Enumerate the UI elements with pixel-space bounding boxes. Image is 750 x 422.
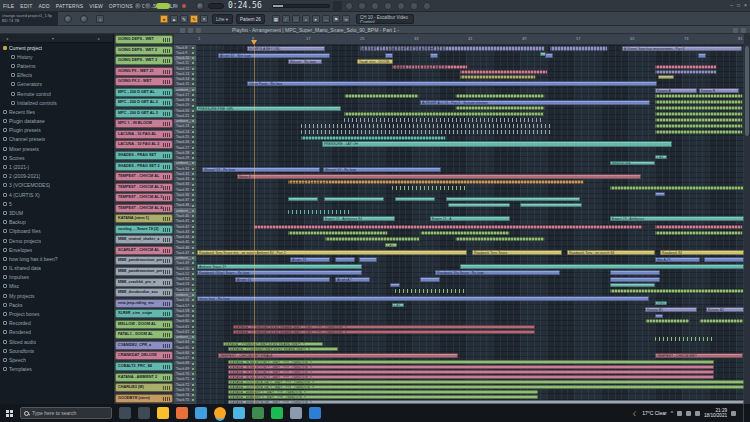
track-mute-led[interactable] <box>192 363 194 365</box>
marker-tool-icon[interactable]: ⚑ <box>332 15 340 23</box>
browser-item-envelopes[interactable]: Envelopes <box>0 245 113 254</box>
picker-clip-crankdat-deluxe[interactable]: CRANKDAT_DELUXE <box>115 351 173 360</box>
browser-item-backup[interactable]: Backup <box>0 218 113 227</box>
track-mute-led[interactable] <box>192 247 194 249</box>
playlist-menu-icon[interactable] <box>180 28 185 33</box>
maximize-icon[interactable]: □ <box>737 2 740 9</box>
playlist-clip[interactable]: TEMPEST - CHVCM WET <box>655 353 743 358</box>
track-mute-led[interactable] <box>192 168 194 170</box>
track-mute-led[interactable] <box>192 147 194 149</box>
track-mute-led[interactable] <box>192 262 194 264</box>
browser-item-my-projects[interactable]: My projects <box>0 291 113 300</box>
track-mute-led[interactable] <box>192 57 194 59</box>
playlist-clip[interactable] <box>301 130 551 134</box>
playlist-clip[interactable]: Weasel V2 - Re-loop <box>323 167 441 172</box>
slice-tool-icon[interactable]: ∕ <box>282 15 290 23</box>
track-mute-led[interactable] <box>192 326 194 328</box>
browser-item-3-voicemodes-[interactable]: 3 (VOICEMODES) <box>0 181 113 190</box>
track-row[interactable]: Track 75 <box>174 398 196 403</box>
playlist-clip[interactable]: Weasel V2 - Re-loop <box>202 167 320 172</box>
playlist-clip[interactable]: Katana B <box>699 88 739 93</box>
playlist-clip[interactable]: KATANA - IN MA ROOM 2 - WET - 127 - OMIN… <box>228 365 714 369</box>
show-desktop-button[interactable] <box>743 404 746 422</box>
track-mute-led[interactable] <box>192 78 194 80</box>
track-mute-led[interactable] <box>192 126 194 128</box>
playlist-clip[interactable]: WEASEL V2 84 ALRIGHT WET 84 <box>392 65 468 69</box>
taskbar-search[interactable]: Type here to search <box>20 407 112 419</box>
monitor-knob[interactable] <box>80 15 88 23</box>
track-mute-led[interactable] <box>192 399 194 401</box>
playlist-clip[interactable] <box>253 225 643 229</box>
browser-tab3-icon[interactable]: ▸ <box>98 36 100 41</box>
paint-tool-icon[interactable]: ✎ <box>190 15 198 23</box>
track-mute-led[interactable] <box>192 252 194 254</box>
playlist-clip[interactable]: Katana B1 <box>645 307 697 312</box>
track-mute-led[interactable] <box>192 226 194 228</box>
track-mute-led[interactable] <box>192 189 194 191</box>
playlist-clip[interactable]: ALRIGHT_V2_0 84 ALRIGHT WET 84 ALRIGHT V… <box>360 46 545 51</box>
picker-clip-scarlet-chvcm-al[interactable]: SCARLET - CHVCM AL <box>115 246 173 255</box>
track-mute-led[interactable] <box>192 294 194 296</box>
picker-clip-tempest-chvcm-al-4[interactable]: TEMPEST - CHVCM AL 4 <box>115 204 173 213</box>
menu-edit[interactable]: EDIT <box>20 3 32 9</box>
volume-icon[interactable] <box>686 411 691 416</box>
track-mute-led[interactable] <box>192 315 194 317</box>
track-mute-led[interactable] <box>192 152 194 154</box>
playlist-clip[interactable] <box>520 203 582 207</box>
browser-item-packs[interactable]: Packs <box>0 300 113 309</box>
playlist-clip[interactable]: Roadwork Tony - gtr punch 84 <box>567 250 655 255</box>
track-mute-led[interactable] <box>192 378 194 380</box>
track-mute-led[interactable] <box>192 83 194 85</box>
playlist-clip[interactable] <box>655 94 743 98</box>
play-button[interactable] <box>156 3 170 9</box>
tray-expand-icon[interactable]: ^ <box>671 410 673 416</box>
pencil-tool-icon[interactable]: ✎ <box>180 15 188 23</box>
browser-item-plugin-database[interactable]: Plugin database <box>0 117 113 126</box>
track-mute-led[interactable] <box>192 357 194 359</box>
playback-tool-icon[interactable]: ▸ <box>312 15 320 23</box>
track-mute-led[interactable] <box>192 310 194 312</box>
countdown-icon[interactable] <box>371 2 379 10</box>
track-mute-led[interactable] <box>192 373 194 375</box>
taskbar-app-audio-app[interactable] <box>252 407 264 419</box>
close-icon[interactable]: × <box>744 2 747 9</box>
track-mute-led[interactable] <box>192 131 194 133</box>
playlist-clip[interactable]: LAY <box>655 155 667 159</box>
taskbar-app-fl-studio[interactable] <box>214 407 226 419</box>
browser-item-demo-projects[interactable]: Demo projects <box>0 236 113 245</box>
metronome-icon[interactable] <box>345 2 353 10</box>
picker-clip-shades-frag-set[interactable]: SHADES - FRAG SET <box>115 151 173 160</box>
playlist-clip[interactable]: Tough mini - DOOM <box>357 59 393 64</box>
tempo-knob[interactable] <box>196 2 204 10</box>
playlist-clip[interactable] <box>301 136 446 140</box>
picker-clip-tempest-chvcm-al-2[interactable]: TEMPEST - CHVCM AL 2 <box>115 183 173 192</box>
browser-item-recent-files[interactable]: Recent files <box>0 107 113 116</box>
browser-item-project-bones[interactable]: Project bones <box>0 309 113 318</box>
playlist-clip[interactable] <box>550 46 608 51</box>
browser-item-recorded[interactable]: Recorded <box>0 319 113 328</box>
start-button[interactable] <box>0 404 18 422</box>
timeline-ruler[interactable]: 19172533414957657381 <box>196 34 744 45</box>
playlist-clip[interactable] <box>655 314 663 318</box>
track-mute-led[interactable] <box>192 194 194 196</box>
loop-tool-icon[interactable]: ∞ <box>342 15 350 23</box>
playlist-clip[interactable] <box>699 319 744 323</box>
playlist-clip[interactable] <box>324 197 384 201</box>
browser-item-misc[interactable]: Misc <box>0 282 113 291</box>
playlist-clip[interactable] <box>395 289 467 293</box>
playlist-clip[interactable] <box>645 319 690 323</box>
notification-icon[interactable] <box>731 411 736 416</box>
track-mute-led[interactable] <box>192 352 194 354</box>
playlist-clip[interactable]: KATANA - GOODBYE GB 2 - WET - 127 - OMIN… <box>228 380 744 384</box>
zoom-tool-icon[interactable]: ⌕ <box>302 15 310 23</box>
track-mute-led[interactable] <box>192 210 194 212</box>
playlist-clip[interactable] <box>392 186 468 190</box>
blend-record-icon[interactable] <box>384 2 392 10</box>
taskbar-app-firefox[interactable] <box>176 407 188 419</box>
playlist-clip[interactable] <box>655 70 717 74</box>
browser-item-how-long-has-it-been-[interactable]: how long has it been? <box>0 254 113 263</box>
playlist-clip[interactable] <box>288 210 350 214</box>
playlist-clip[interactable] <box>448 203 510 207</box>
track-mute-led[interactable] <box>192 94 194 96</box>
track-mute-led[interactable] <box>192 231 194 233</box>
